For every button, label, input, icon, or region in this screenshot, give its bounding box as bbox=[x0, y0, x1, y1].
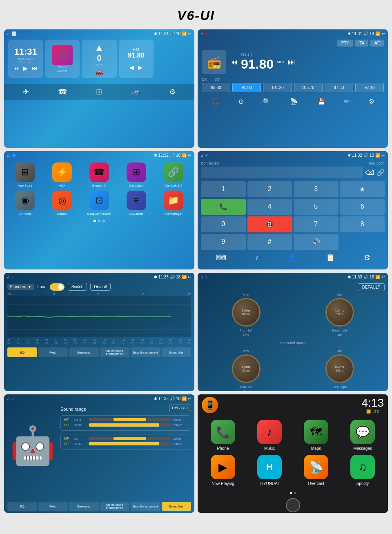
front-right-knob[interactable]: 1.0ms32cm bbox=[325, 298, 354, 327]
key-9[interactable]: 9 bbox=[201, 234, 246, 250]
af-btn[interactable]: AF bbox=[370, 40, 384, 47]
cp-app-maps[interactable]: 🗺 Maps bbox=[295, 420, 337, 451]
pty-btn[interactable]: PTY bbox=[337, 40, 353, 47]
surround-default-btn[interactable]: DEFAULT bbox=[358, 283, 385, 291]
key-2[interactable]: 2 bbox=[247, 181, 292, 197]
page-dot-1[interactable] bbox=[94, 220, 96, 222]
app-chrome[interactable]: ◉ Chrome bbox=[8, 191, 42, 216]
cp-app-hyundai[interactable]: H HYUNDAI bbox=[248, 455, 291, 486]
key-0[interactable]: 0 bbox=[201, 216, 246, 232]
preset-2[interactable]: 91.80 bbox=[232, 83, 261, 92]
nav-phone[interactable]: ☎ bbox=[58, 87, 67, 96]
sr-tab-soundfilter[interactable]: Sound filter bbox=[162, 502, 192, 511]
link-icon[interactable]: 🔗 bbox=[376, 169, 385, 176]
radio-save-icon[interactable]: 💾 bbox=[317, 98, 325, 105]
app-bluetooth[interactable]: ☎ Bluetooth bbox=[82, 162, 116, 187]
nav-car[interactable]: 🚙 bbox=[131, 87, 140, 96]
phone-back-btn[interactable]: ↩ bbox=[381, 153, 385, 158]
radio-settings-icon[interactable]: ⚙ bbox=[369, 98, 374, 105]
fm-widget[interactable]: FM 91.80 MHz ◀ ▶ bbox=[119, 40, 154, 78]
sr-tab-eq[interactable]: EQ bbox=[7, 502, 37, 511]
eq-back-btn[interactable]: ↩ bbox=[188, 275, 191, 279]
nav-messages[interactable]: ✈ bbox=[23, 87, 29, 96]
cp-app-overcast[interactable]: 📡 Overcast bbox=[295, 455, 337, 486]
sr-hp1-slider[interactable] bbox=[89, 418, 171, 421]
tab-soundfilter[interactable]: Sound filter bbox=[162, 347, 192, 357]
key-3[interactable]: 3 bbox=[294, 181, 339, 197]
radio-toggle-icon[interactable]: ⊙ bbox=[238, 98, 244, 105]
surround-back-btn[interactable]: ↩ bbox=[381, 275, 385, 279]
key-hash[interactable]: # bbox=[247, 234, 292, 250]
tab-stereo[interactable]: Stereo sound enhancement bbox=[100, 347, 130, 357]
radio-back-btn[interactable]: ↩ bbox=[381, 31, 385, 36]
rear-left-knob[interactable]: 1.0ms32cm bbox=[232, 354, 261, 383]
ta-btn[interactable]: TA bbox=[355, 40, 368, 47]
key-4[interactable]: 4 bbox=[247, 199, 292, 215]
delete-btn[interactable]: ⌫ bbox=[365, 169, 374, 176]
sr-tab-stereo[interactable]: Stereo sound enhancement bbox=[100, 502, 130, 511]
cp-app-messages[interactable]: 💬 Messages bbox=[341, 420, 384, 451]
cp-home-btn[interactable] bbox=[286, 498, 300, 512]
prev-btn[interactable]: ⏮ bbox=[13, 65, 19, 71]
rear-right-knob[interactable]: 0.0ms10cm bbox=[325, 354, 354, 383]
app-easyconnection[interactable]: ⊡ EasyConnection bbox=[82, 191, 116, 216]
app-calculator[interactable]: ⊞ Calculator bbox=[119, 162, 153, 187]
tab-field[interactable]: Field bbox=[38, 347, 68, 357]
preset-1[interactable]: 89.80 bbox=[202, 83, 230, 92]
keypad-icon[interactable]: ⌨ bbox=[216, 253, 226, 262]
nav-settings[interactable]: ⚙ bbox=[169, 87, 176, 96]
nav-apps[interactable]: ⊞ bbox=[96, 87, 102, 96]
radio-search-icon[interactable]: 🔍 bbox=[263, 98, 271, 105]
phone-input-display[interactable] bbox=[201, 167, 363, 178]
cp-app-phone[interactable]: 📞 Phone bbox=[202, 420, 244, 451]
sr-tab-surround[interactable]: Surround bbox=[69, 502, 99, 511]
app-equalizer[interactable]: ≡ Equalizer bbox=[119, 191, 153, 216]
next-btn[interactable]: ⏭ bbox=[32, 65, 38, 71]
sr-lp2-slider[interactable] bbox=[89, 442, 171, 445]
cp-app-spotify[interactable]: ♫ Spotify bbox=[341, 455, 384, 486]
eq-default-btn[interactable]: Default bbox=[90, 283, 111, 291]
preset-5[interactable]: 87.80 bbox=[325, 83, 353, 92]
app-carlink[interactable]: 🔗 Car Link 2.0 bbox=[156, 162, 190, 187]
fm-prev-btn[interactable]: ◀ bbox=[129, 64, 134, 71]
eq-toggle[interactable] bbox=[50, 283, 65, 291]
app-appstore[interactable]: ⊞ App Store bbox=[8, 162, 42, 187]
end-btn[interactable]: 📵 bbox=[247, 216, 292, 232]
key-7[interactable]: 7 bbox=[294, 216, 339, 232]
key-8[interactable]: 8 bbox=[340, 216, 385, 232]
key-1[interactable]: 1 bbox=[201, 181, 246, 197]
cp-app-music[interactable]: ♪ Music bbox=[248, 420, 291, 451]
page-dot-3[interactable] bbox=[102, 220, 105, 222]
sr-back-btn[interactable]: ↩ bbox=[188, 396, 191, 401]
tab-eq[interactable]: EQ bbox=[7, 347, 37, 357]
eq-dropdown-icon[interactable]: ▼ bbox=[28, 285, 32, 289]
page-dot-2[interactable] bbox=[98, 220, 100, 222]
play-btn[interactable]: ▶ bbox=[23, 65, 28, 71]
sr-lp1-slider[interactable] bbox=[89, 423, 171, 427]
home-back-btn[interactable]: ↩ bbox=[188, 31, 191, 36]
radio-next-btn[interactable]: ⏭ bbox=[288, 58, 295, 67]
cp-dot-1[interactable] bbox=[290, 492, 292, 494]
app-control[interactable]: ◎ Control bbox=[45, 191, 79, 216]
cp-app-nowplaying[interactable]: ▶ Now Playing bbox=[202, 455, 244, 486]
phone-settings-icon[interactable]: ⚙ bbox=[364, 253, 370, 262]
sr-hp2-slider[interactable] bbox=[89, 437, 171, 440]
app-filemanager[interactable]: 📁 FileManager bbox=[156, 191, 190, 216]
key-star[interactable]: ★ bbox=[340, 181, 385, 197]
sr-tab-field[interactable]: Field bbox=[38, 502, 68, 511]
fm-next-btn[interactable]: ▶ bbox=[138, 64, 143, 71]
key-6[interactable]: 6 bbox=[340, 199, 385, 215]
radio-antenna-icon[interactable]: 📡 bbox=[290, 98, 298, 105]
front-left-knob[interactable]: 1.0ms68cm bbox=[232, 298, 261, 327]
tab-surround[interactable]: Surround bbox=[69, 347, 99, 357]
radio-prev-btn[interactable]: ⏮ bbox=[230, 58, 238, 67]
key-5[interactable]: 5 bbox=[294, 199, 339, 215]
apps-back-btn[interactable]: ↩ bbox=[188, 153, 191, 158]
preset-4[interactable]: 105.70 bbox=[294, 83, 323, 92]
contacts-icon[interactable]: 👤 bbox=[288, 253, 297, 262]
radio-headphones-icon[interactable]: 🎧 bbox=[211, 98, 219, 105]
preset-3[interactable]: 101.20 bbox=[263, 83, 292, 92]
cp-dot-2[interactable] bbox=[294, 492, 296, 494]
sr-tab-bass[interactable]: Bass Enhancement bbox=[131, 502, 160, 511]
app-aux[interactable]: ⚡ AUX bbox=[45, 162, 79, 187]
